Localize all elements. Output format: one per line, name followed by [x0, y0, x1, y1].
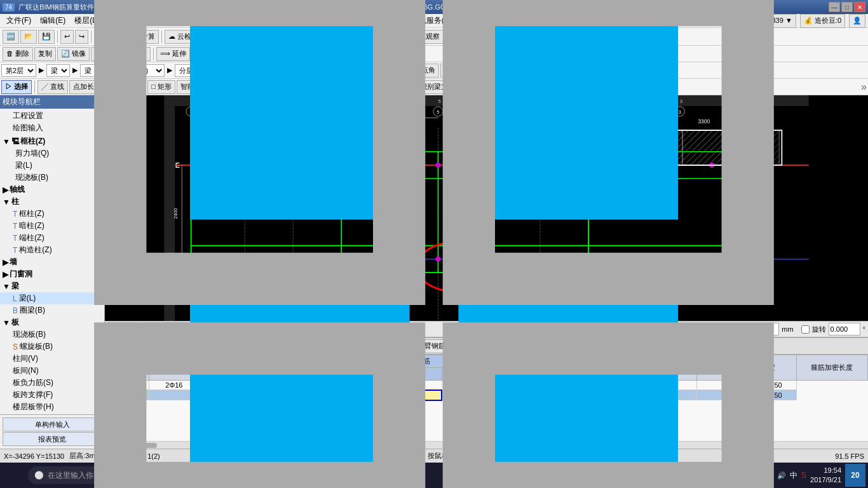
svg-rect-128 — [469, 349, 748, 488]
taskbar: ⚪ 在这里输入你要搜索的内容 e 📁 🔧 G 🌐 47%CPU使用 ∧ 📶 🔊 … — [0, 463, 868, 488]
svg-rect-127 — [120, 349, 399, 488]
svg-rect-126 — [469, 0, 748, 279]
task-view-btn[interactable] — [221, 464, 244, 487]
svg-rect-125 — [120, 0, 399, 279]
